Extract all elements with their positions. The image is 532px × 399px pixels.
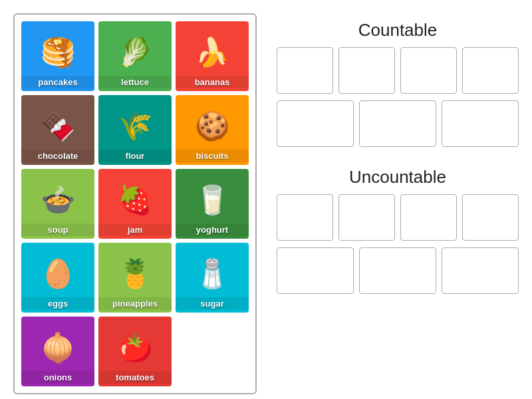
countable-drop-3[interactable]	[400, 47, 457, 94]
uncountable-row1	[277, 194, 519, 241]
countable-drop-1[interactable]	[277, 47, 333, 94]
food-emoji-chocolate: 🍫	[21, 102, 94, 150]
food-item-tomatoes[interactable]: 🍅tomatoes	[98, 317, 172, 386]
countable-drop-2[interactable]	[338, 47, 395, 94]
food-item-yoghurt[interactable]: 🥛yoghurt	[176, 169, 249, 239]
uncountable-drop-6[interactable]	[359, 247, 436, 294]
food-emoji-bananas: 🍌	[176, 28, 249, 76]
food-item-bananas[interactable]: 🍌bananas	[176, 21, 249, 91]
food-label-eggs: eggs	[21, 297, 94, 310]
food-emoji-onions: 🧅	[21, 323, 94, 371]
food-label-soup: soup	[21, 223, 94, 236]
food-label-lettuce: lettuce	[98, 76, 172, 88]
food-label-yoghurt: yoghurt	[176, 223, 249, 236]
food-emoji-pancakes: 🥞	[21, 28, 94, 76]
uncountable-drop-2[interactable]	[338, 194, 395, 241]
food-item-soup[interactable]: 🍲soup	[21, 169, 94, 239]
uncountable-drop-3[interactable]	[400, 194, 457, 241]
uncountable-title: Uncountable	[277, 167, 519, 188]
food-label-tomatoes: tomatoes	[98, 371, 172, 384]
food-item-pineapples[interactable]: 🍍pineapples	[98, 243, 172, 313]
food-item-sugar[interactable]: 🧂sugar	[176, 243, 249, 313]
food-item-eggs[interactable]: 🥚eggs	[21, 243, 94, 313]
food-item-jam[interactable]: 🍓jam	[98, 169, 172, 239]
food-emoji-yoghurt: 🥛	[176, 176, 249, 223]
food-label-chocolate: chocolate	[21, 150, 94, 162]
food-item-lettuce[interactable]: 🥬lettuce	[98, 21, 172, 91]
uncountable-drop-5[interactable]	[277, 247, 354, 294]
food-label-jam: jam	[98, 223, 172, 236]
food-emoji-pineapples: 🍍	[98, 249, 172, 297]
food-label-flour: flour	[98, 150, 172, 162]
food-item-onions[interactable]: 🧅onions	[21, 317, 94, 386]
food-item-biscuits[interactable]: 🍪biscuits	[176, 95, 249, 165]
food-emoji-sugar: 🧂	[176, 249, 249, 297]
countable-drop-7[interactable]	[442, 100, 519, 147]
food-emoji-lettuce: 🥬	[98, 28, 172, 76]
food-label-pineapples: pineapples	[98, 297, 172, 310]
food-items-grid: 🥞pancakes🥬lettuce🍌bananas🍫chocolate🌾flou…	[13, 13, 257, 394]
countable-drop-4[interactable]	[462, 47, 519, 94]
uncountable-drop-4[interactable]	[462, 194, 519, 241]
countable-drop-6[interactable]	[359, 100, 436, 147]
sorting-panel: Countable Uncountable	[277, 13, 519, 301]
food-emoji-tomatoes: 🍅	[98, 323, 172, 371]
food-emoji-eggs: 🥚	[21, 249, 94, 297]
food-label-biscuits: biscuits	[176, 150, 249, 162]
food-emoji-jam: 🍓	[98, 176, 172, 223]
food-item-pancakes[interactable]: 🥞pancakes	[21, 21, 94, 91]
food-item-flour[interactable]: 🌾flour	[98, 95, 172, 165]
food-emoji-soup: 🍲	[21, 176, 94, 223]
countable-row2	[277, 100, 519, 147]
food-emoji-flour: 🌾	[98, 102, 172, 150]
food-label-pancakes: pancakes	[21, 76, 94, 88]
uncountable-drop-7[interactable]	[442, 247, 519, 294]
uncountable-drop-1[interactable]	[277, 194, 333, 241]
uncountable-row2	[277, 247, 519, 294]
food-label-bananas: bananas	[176, 76, 249, 88]
food-label-sugar: sugar	[176, 297, 249, 310]
countable-drop-5[interactable]	[277, 100, 354, 147]
countable-row1	[277, 47, 519, 94]
food-label-onions: onions	[21, 371, 94, 384]
food-item-chocolate[interactable]: 🍫chocolate	[21, 95, 94, 165]
food-emoji-biscuits: 🍪	[176, 102, 249, 150]
countable-title: Countable	[277, 20, 519, 41]
